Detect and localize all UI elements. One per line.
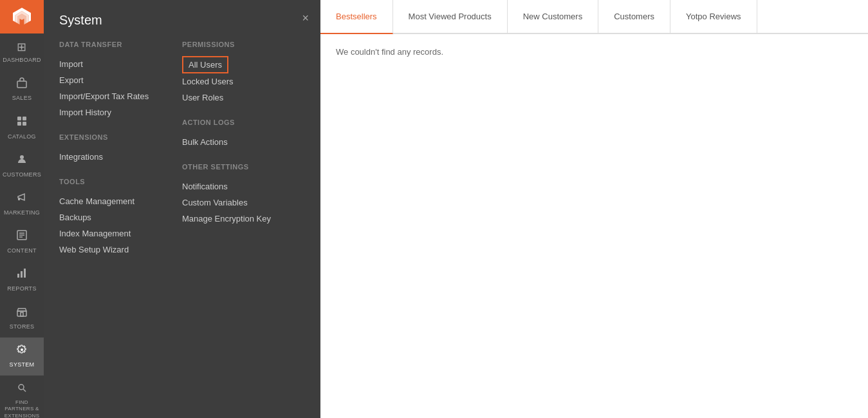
magento-logo-icon [12, 6, 32, 27]
system-icon [16, 344, 28, 359]
sidebar: ⊞ Dashboard Sales Catalog Customers Mark… [0, 0, 44, 418]
svg-rect-1 [17, 117, 21, 120]
tabs-bar: Bestsellers Most Viewed Products New Cus… [320, 0, 868, 34]
tab-yotpo-reviews[interactable]: Yotpo Reviews [670, 0, 757, 33]
svg-rect-14 [17, 311, 26, 316]
tab-new-customers[interactable]: New Customers [508, 0, 598, 33]
sidebar-item-marketing[interactable]: Marketing [0, 185, 44, 223]
panel-left-col: Data Transfer Import Export Import/Expor… [59, 41, 182, 258]
svg-rect-0 [17, 81, 26, 88]
integrations-link[interactable]: Integrations [59, 149, 182, 165]
import-export-tax-rates-link[interactable]: Import/Export Tax Rates [59, 88, 182, 104]
customers-icon [16, 153, 28, 169]
empty-records-message: We couldn't find any records. [336, 47, 443, 57]
content-body: We couldn't find any records. [320, 34, 868, 418]
svg-rect-3 [17, 122, 21, 126]
action-logs-section-title: Action Logs [182, 119, 305, 126]
sidebar-item-reports[interactable]: Reports [0, 261, 44, 299]
panel-columns: Data Transfer Import Export Import/Expor… [59, 41, 305, 258]
all-users-link[interactable]: All Users [182, 56, 228, 73]
dashboard-icon: ⊞ [17, 40, 26, 55]
system-panel: System × Data Transfer Import Export Imp… [44, 0, 320, 418]
system-panel-title: System [59, 13, 305, 28]
sales-icon [16, 77, 28, 93]
svg-rect-4 [23, 122, 26, 126]
bulk-actions-link[interactable]: Bulk Actions [182, 134, 305, 150]
extensions-section-title: Extensions [59, 133, 182, 141]
sidebar-item-dashboard[interactable]: ⊞ Dashboard [0, 33, 44, 71]
main-content: Bestsellers Most Viewed Products New Cus… [320, 0, 868, 418]
locked-users-link[interactable]: Locked Users [182, 73, 305, 90]
catalog-icon [16, 115, 28, 131]
tab-most-viewed-products[interactable]: Most Viewed Products [393, 0, 508, 33]
sidebar-item-stores[interactable]: Stores [0, 299, 44, 337]
sidebar-item-catalog[interactable]: Catalog [0, 109, 44, 147]
svg-rect-11 [17, 274, 19, 278]
svg-point-16 [19, 385, 24, 390]
stores-icon [16, 306, 28, 321]
svg-rect-13 [24, 269, 26, 278]
import-link[interactable]: Import [59, 56, 182, 72]
data-transfer-section-title: Data Transfer [59, 41, 182, 48]
sidebar-item-sales[interactable]: Sales [0, 71, 44, 109]
tools-section-title: Tools [59, 178, 182, 185]
svg-line-17 [23, 389, 26, 392]
find-partners-icon [16, 382, 28, 397]
sidebar-item-content[interactable]: Content [0, 223, 44, 261]
panel-right-col: Permissions All Users Locked Users User … [182, 41, 305, 258]
other-settings-section-title: Other Settings [182, 163, 305, 171]
svg-rect-15 [21, 312, 23, 316]
import-history-link[interactable]: Import History [59, 104, 182, 120]
content-icon [16, 229, 28, 245]
user-roles-link[interactable]: User Roles [182, 90, 305, 106]
svg-rect-6 [18, 198, 20, 200]
tab-customers[interactable]: Customers [598, 0, 670, 33]
index-management-link[interactable]: Index Management [59, 225, 182, 242]
sidebar-item-find-partners[interactable]: Find Partners & Extensions [0, 375, 44, 418]
cache-management-link[interactable]: Cache Management [59, 193, 182, 209]
tab-bestsellers[interactable]: Bestsellers [320, 0, 393, 34]
sidebar-item-system[interactable]: System [0, 337, 44, 375]
system-panel-close-button[interactable]: × [302, 12, 309, 25]
backups-link[interactable]: Backups [59, 209, 182, 225]
manage-encryption-key-link[interactable]: Manage Encryption Key [182, 211, 305, 227]
svg-point-5 [20, 155, 24, 159]
reports-icon [16, 267, 28, 283]
notifications-link[interactable]: Notifications [182, 178, 305, 195]
svg-rect-12 [21, 271, 23, 278]
marketing-icon [16, 191, 28, 207]
permissions-section-title: Permissions [182, 41, 305, 48]
export-link[interactable]: Export [59, 72, 182, 88]
svg-rect-2 [23, 117, 26, 120]
sidebar-item-customers[interactable]: Customers [0, 147, 44, 185]
custom-variables-link[interactable]: Custom Variables [182, 195, 305, 211]
web-setup-wizard-link[interactable]: Web Setup Wizard [59, 242, 182, 258]
sidebar-logo[interactable] [0, 0, 44, 33]
